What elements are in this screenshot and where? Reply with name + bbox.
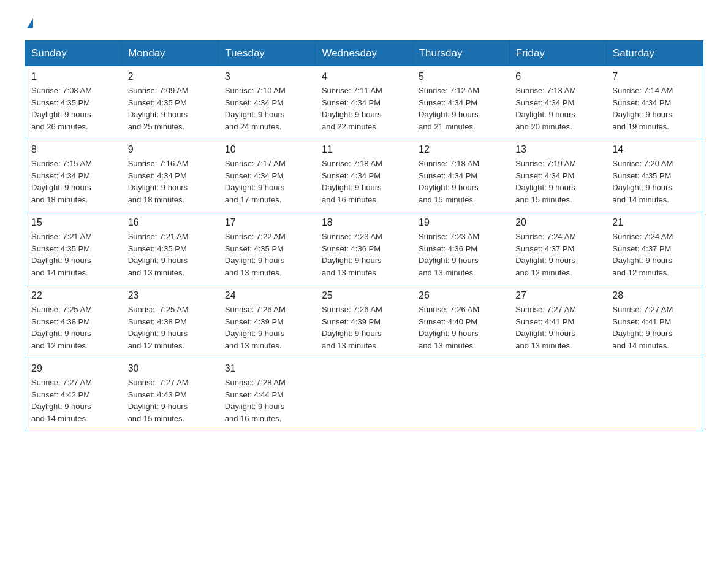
day-number: 24 <box>225 290 309 301</box>
calendar-cell <box>412 358 509 431</box>
day-info: Sunrise: 7:15 AMSunset: 4:34 PMDaylight:… <box>31 159 92 204</box>
calendar-cell: 1 Sunrise: 7:08 AMSunset: 4:35 PMDayligh… <box>25 66 122 139</box>
calendar-cell: 20 Sunrise: 7:24 AMSunset: 4:37 PMDaylig… <box>509 212 606 285</box>
day-number: 14 <box>612 144 697 155</box>
logo-triangle-icon <box>27 18 33 28</box>
weekday-header-wednesday: Wednesday <box>316 41 412 66</box>
calendar-cell: 15 Sunrise: 7:21 AMSunset: 4:35 PMDaylig… <box>25 212 122 285</box>
day-info: Sunrise: 7:27 AMSunset: 4:41 PMDaylight:… <box>515 305 576 350</box>
calendar-cell: 14 Sunrise: 7:20 AMSunset: 4:35 PMDaylig… <box>606 139 703 212</box>
day-number: 27 <box>515 290 600 301</box>
day-info: Sunrise: 7:18 AMSunset: 4:34 PMDaylight:… <box>322 159 382 204</box>
calendar-cell: 11 Sunrise: 7:18 AMSunset: 4:34 PMDaylig… <box>316 139 412 212</box>
calendar-cell: 27 Sunrise: 7:27 AMSunset: 4:41 PMDaylig… <box>509 285 606 358</box>
day-number: 1 <box>31 71 116 82</box>
day-number: 18 <box>322 217 406 228</box>
weekday-header-sunday: Sunday <box>25 41 122 66</box>
calendar-cell: 12 Sunrise: 7:18 AMSunset: 4:34 PMDaylig… <box>412 139 509 212</box>
day-number: 4 <box>322 71 406 82</box>
day-info: Sunrise: 7:10 AMSunset: 4:34 PMDaylight:… <box>225 86 286 131</box>
day-number: 12 <box>419 144 503 155</box>
weekday-header-tuesday: Tuesday <box>219 41 316 66</box>
day-info: Sunrise: 7:21 AMSunset: 4:35 PMDaylight:… <box>31 232 92 277</box>
calendar-cell: 2 Sunrise: 7:09 AMSunset: 4:35 PMDayligh… <box>122 66 219 139</box>
logo <box>25 18 33 28</box>
calendar-cell: 10 Sunrise: 7:17 AMSunset: 4:34 PMDaylig… <box>219 139 316 212</box>
calendar-cell: 6 Sunrise: 7:13 AMSunset: 4:34 PMDayligh… <box>509 66 606 139</box>
calendar-week-row: 29 Sunrise: 7:27 AMSunset: 4:42 PMDaylig… <box>25 358 703 431</box>
day-info: Sunrise: 7:26 AMSunset: 4:39 PMDaylight:… <box>322 305 382 350</box>
calendar-cell: 31 Sunrise: 7:28 AMSunset: 4:44 PMDaylig… <box>219 358 316 431</box>
logo-blue-text <box>25 18 33 28</box>
calendar-cell: 30 Sunrise: 7:27 AMSunset: 4:43 PMDaylig… <box>122 358 219 431</box>
day-number: 5 <box>419 71 503 82</box>
day-number: 17 <box>225 217 309 228</box>
calendar-cell: 23 Sunrise: 7:25 AMSunset: 4:38 PMDaylig… <box>122 285 219 358</box>
day-info: Sunrise: 7:19 AMSunset: 4:34 PMDaylight:… <box>515 159 576 204</box>
day-info: Sunrise: 7:24 AMSunset: 4:37 PMDaylight:… <box>515 232 576 277</box>
day-number: 7 <box>612 71 697 82</box>
calendar-cell <box>509 358 606 431</box>
calendar-week-row: 22 Sunrise: 7:25 AMSunset: 4:38 PMDaylig… <box>25 285 703 358</box>
calendar-body: 1 Sunrise: 7:08 AMSunset: 4:35 PMDayligh… <box>25 66 703 431</box>
calendar-cell: 26 Sunrise: 7:26 AMSunset: 4:40 PMDaylig… <box>412 285 509 358</box>
day-number: 23 <box>128 290 213 301</box>
day-number: 19 <box>419 217 503 228</box>
calendar-cell: 21 Sunrise: 7:24 AMSunset: 4:37 PMDaylig… <box>606 212 703 285</box>
day-number: 9 <box>128 144 213 155</box>
calendar-cell: 29 Sunrise: 7:27 AMSunset: 4:42 PMDaylig… <box>25 358 122 431</box>
day-info: Sunrise: 7:26 AMSunset: 4:40 PMDaylight:… <box>419 305 479 350</box>
calendar-week-row: 1 Sunrise: 7:08 AMSunset: 4:35 PMDayligh… <box>25 66 703 139</box>
day-number: 3 <box>225 71 309 82</box>
day-number: 8 <box>31 144 116 155</box>
calendar-cell: 9 Sunrise: 7:16 AMSunset: 4:34 PMDayligh… <box>122 139 219 212</box>
calendar-cell <box>316 358 412 431</box>
calendar-header: SundayMondayTuesdayWednesdayThursdayFrid… <box>25 41 703 66</box>
calendar-cell: 24 Sunrise: 7:26 AMSunset: 4:39 PMDaylig… <box>219 285 316 358</box>
day-info: Sunrise: 7:28 AMSunset: 4:44 PMDaylight:… <box>225 378 286 423</box>
day-info: Sunrise: 7:27 AMSunset: 4:42 PMDaylight:… <box>31 378 92 423</box>
day-info: Sunrise: 7:17 AMSunset: 4:34 PMDaylight:… <box>225 159 286 204</box>
day-number: 30 <box>128 363 213 374</box>
calendar-week-row: 8 Sunrise: 7:15 AMSunset: 4:34 PMDayligh… <box>25 139 703 212</box>
day-info: Sunrise: 7:24 AMSunset: 4:37 PMDaylight:… <box>612 232 673 277</box>
day-info: Sunrise: 7:20 AMSunset: 4:35 PMDaylight:… <box>612 159 673 204</box>
calendar-cell: 4 Sunrise: 7:11 AMSunset: 4:34 PMDayligh… <box>316 66 412 139</box>
calendar-table: SundayMondayTuesdayWednesdayThursdayFrid… <box>25 40 703 431</box>
calendar-cell: 8 Sunrise: 7:15 AMSunset: 4:34 PMDayligh… <box>25 139 122 212</box>
day-info: Sunrise: 7:12 AMSunset: 4:34 PMDaylight:… <box>419 86 479 131</box>
day-number: 13 <box>515 144 600 155</box>
day-info: Sunrise: 7:14 AMSunset: 4:34 PMDaylight:… <box>612 86 673 131</box>
day-info: Sunrise: 7:27 AMSunset: 4:43 PMDaylight:… <box>128 378 189 423</box>
day-number: 21 <box>612 217 697 228</box>
day-number: 28 <box>612 290 697 301</box>
day-info: Sunrise: 7:08 AMSunset: 4:35 PMDaylight:… <box>31 86 92 131</box>
calendar-cell: 17 Sunrise: 7:22 AMSunset: 4:35 PMDaylig… <box>219 212 316 285</box>
day-info: Sunrise: 7:21 AMSunset: 4:35 PMDaylight:… <box>128 232 189 277</box>
calendar-cell <box>606 358 703 431</box>
day-info: Sunrise: 7:25 AMSunset: 4:38 PMDaylight:… <box>128 305 189 350</box>
page-header <box>25 18 703 28</box>
day-number: 6 <box>515 71 600 82</box>
day-number: 2 <box>128 71 213 82</box>
weekday-header-monday: Monday <box>122 41 219 66</box>
calendar-cell: 3 Sunrise: 7:10 AMSunset: 4:34 PMDayligh… <box>219 66 316 139</box>
day-info: Sunrise: 7:22 AMSunset: 4:35 PMDaylight:… <box>225 232 286 277</box>
day-info: Sunrise: 7:26 AMSunset: 4:39 PMDaylight:… <box>225 305 286 350</box>
day-number: 15 <box>31 217 116 228</box>
calendar-cell: 13 Sunrise: 7:19 AMSunset: 4:34 PMDaylig… <box>509 139 606 212</box>
day-number: 20 <box>515 217 600 228</box>
calendar-cell: 28 Sunrise: 7:27 AMSunset: 4:41 PMDaylig… <box>606 285 703 358</box>
day-info: Sunrise: 7:16 AMSunset: 4:34 PMDaylight:… <box>128 159 189 204</box>
calendar-week-row: 15 Sunrise: 7:21 AMSunset: 4:35 PMDaylig… <box>25 212 703 285</box>
day-info: Sunrise: 7:13 AMSunset: 4:34 PMDaylight:… <box>515 86 576 131</box>
weekday-header-row: SundayMondayTuesdayWednesdayThursdayFrid… <box>25 41 703 66</box>
day-info: Sunrise: 7:27 AMSunset: 4:41 PMDaylight:… <box>612 305 673 350</box>
day-number: 25 <box>322 290 406 301</box>
day-info: Sunrise: 7:23 AMSunset: 4:36 PMDaylight:… <box>419 232 479 277</box>
day-number: 10 <box>225 144 309 155</box>
day-info: Sunrise: 7:23 AMSunset: 4:36 PMDaylight:… <box>322 232 382 277</box>
day-info: Sunrise: 7:11 AMSunset: 4:34 PMDaylight:… <box>322 86 382 131</box>
weekday-header-friday: Friday <box>509 41 606 66</box>
calendar-cell: 22 Sunrise: 7:25 AMSunset: 4:38 PMDaylig… <box>25 285 122 358</box>
